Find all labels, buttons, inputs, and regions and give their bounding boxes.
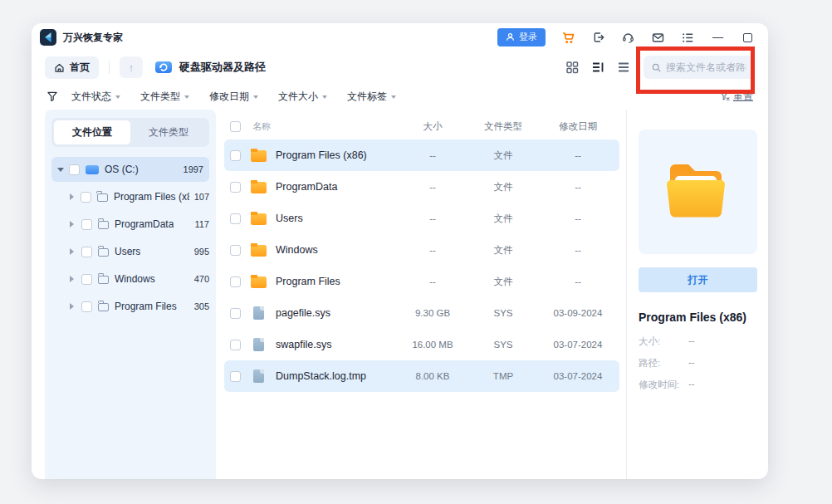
toolbar: 首页 ↑ 硬盘驱动器及路径 xyxy=(32,51,768,83)
filter-file-tag[interactable]: 文件标签 xyxy=(347,90,396,104)
file-name: ProgramData xyxy=(276,181,337,193)
export-icon[interactable] xyxy=(591,31,605,45)
table-row[interactable]: Program Files -- 文件 -- xyxy=(224,266,619,297)
checkbox[interactable] xyxy=(230,213,241,224)
caret-icon[interactable] xyxy=(57,168,64,172)
tree-item-windows[interactable]: Windows 470 xyxy=(64,267,209,291)
checkbox[interactable] xyxy=(230,371,241,382)
filter-bar: 文件状态 文件类型 修改日期 文件大小 文件标签 重置 xyxy=(32,83,768,110)
filter-funnel-icon[interactable] xyxy=(46,91,58,102)
maximize-button[interactable] xyxy=(741,31,755,45)
table-row[interactable]: DumpStack.log.tmp 8.00 KB TMP 03-07-2024 xyxy=(224,360,619,392)
table-row[interactable]: Windows -- 文件 -- xyxy=(224,234,619,266)
tree-item-programdata[interactable]: ProgramData 117 xyxy=(64,212,209,237)
table-row[interactable]: pagefile.sys 9.30 GB SYS 03-09-2024 xyxy=(224,297,619,329)
checkbox[interactable] xyxy=(81,274,92,285)
folder-icon xyxy=(98,221,109,229)
file-date: 03-09-2024 xyxy=(536,308,619,318)
checkbox[interactable] xyxy=(81,192,91,203)
table-row[interactable]: ProgramData -- 文件 -- xyxy=(224,171,619,203)
checkbox[interactable] xyxy=(230,150,241,161)
checkbox[interactable] xyxy=(81,219,92,230)
tree-item-program-files[interactable]: Program Files 305 xyxy=(64,294,209,319)
folder-icon xyxy=(251,213,267,225)
checkbox[interactable] xyxy=(230,182,241,193)
filter-file-status[interactable]: 文件状态 xyxy=(71,90,120,104)
menu-list-icon[interactable] xyxy=(681,31,695,45)
folder-icon xyxy=(251,182,267,193)
tree-item-label: Program Files (x86) xyxy=(114,191,189,203)
preview-title: Program Files (x86) xyxy=(639,311,757,324)
column-date[interactable]: 修改日期 xyxy=(536,120,619,133)
mail-icon[interactable] xyxy=(651,31,665,45)
file-name: Windows xyxy=(276,244,318,256)
checkbox[interactable] xyxy=(69,164,80,175)
cart-icon[interactable] xyxy=(561,31,575,45)
list-detail-view-icon-active[interactable] xyxy=(591,61,604,74)
app-title: 万兴恢复专家 xyxy=(63,31,123,45)
sidebar: 文件位置 文件类型 OS (C:) 1997 Program Files (x8… xyxy=(45,110,216,479)
table-row[interactable]: swapfile.sys 16.00 MB SYS 03-07-2024 xyxy=(224,329,619,360)
tree-item-program-files-x86[interactable]: Program Files (x86) 107 xyxy=(64,184,209,209)
navigate-up-button[interactable]: ↑ xyxy=(120,56,143,78)
column-size[interactable]: 大小 xyxy=(395,120,470,133)
file-size: -- xyxy=(395,182,470,192)
filter-file-size[interactable]: 文件大小 xyxy=(278,90,327,104)
home-button[interactable]: 首页 xyxy=(45,56,99,79)
filter-modified-date[interactable]: 修改日期 xyxy=(209,90,258,104)
search-input[interactable] xyxy=(666,61,746,73)
folder-tree: OS (C:) 1997 Program Files (x86) 107 Pro… xyxy=(51,157,209,319)
checkbox[interactable] xyxy=(81,247,92,257)
preview-detail-size: 大小: -- xyxy=(639,335,757,348)
chevron-down-icon xyxy=(322,95,327,99)
folder-icon xyxy=(251,276,267,288)
caret-icon[interactable] xyxy=(70,248,76,255)
tree-item-users[interactable]: Users 995 xyxy=(64,239,209,264)
caret-icon[interactable] xyxy=(70,221,76,228)
file-type: 文件 xyxy=(470,181,536,193)
minimize-button[interactable]: — xyxy=(711,31,725,45)
checkbox[interactable] xyxy=(230,276,241,287)
file-size: 8.00 KB xyxy=(395,371,470,381)
column-type[interactable]: 文件类型 xyxy=(470,120,536,133)
file-type: 文件 xyxy=(470,149,536,162)
file-icon xyxy=(253,338,264,351)
tab-file-location[interactable]: 文件位置 xyxy=(54,120,130,144)
compact-list-view-icon[interactable] xyxy=(617,61,630,74)
open-button[interactable]: 打开 xyxy=(639,267,757,292)
table-header: 名称 大小 文件类型 修改日期 xyxy=(224,113,619,139)
grid-view-icon[interactable] xyxy=(565,61,579,74)
checkbox[interactable] xyxy=(230,245,241,256)
caret-icon[interactable] xyxy=(70,193,76,200)
checkbox[interactable] xyxy=(230,308,241,319)
file-name: swapfile.sys xyxy=(276,339,331,350)
table-row[interactable]: Program Files (x86) -- 文件 -- xyxy=(224,139,619,171)
tree-item-os-c[interactable]: OS (C:) 1997 xyxy=(51,157,209,182)
home-icon xyxy=(54,62,65,73)
chevron-down-icon xyxy=(115,95,120,99)
select-all-checkbox[interactable] xyxy=(230,121,241,132)
filter-file-type[interactable]: 文件类型 xyxy=(140,90,189,104)
tree-item-label: Windows xyxy=(115,273,155,285)
caret-icon[interactable] xyxy=(70,276,76,282)
checkbox[interactable] xyxy=(81,301,92,312)
file-icon xyxy=(253,306,264,320)
file-size: -- xyxy=(395,276,470,286)
column-name[interactable]: 名称 xyxy=(251,120,395,133)
caret-icon[interactable] xyxy=(70,303,76,310)
titlebar[interactable]: 万兴恢复专家 登录 xyxy=(32,23,768,51)
reset-filter-icon xyxy=(720,91,730,101)
table-row[interactable]: Users -- 文件 -- xyxy=(224,203,619,234)
headset-icon[interactable] xyxy=(621,31,635,45)
folder-icon xyxy=(251,150,267,162)
preview-detail-modified: 修改时间: -- xyxy=(639,379,757,391)
user-icon xyxy=(506,32,515,42)
login-button[interactable]: 登录 xyxy=(497,28,546,46)
search-box[interactable] xyxy=(644,56,755,79)
checkbox[interactable] xyxy=(230,340,241,350)
item-count: 107 xyxy=(189,192,209,202)
reset-filters-button[interactable]: 重置 xyxy=(720,90,753,104)
tree-item-label: Users xyxy=(115,246,140,257)
tab-file-type[interactable]: 文件类型 xyxy=(130,120,207,144)
item-count: 1997 xyxy=(179,164,203,174)
